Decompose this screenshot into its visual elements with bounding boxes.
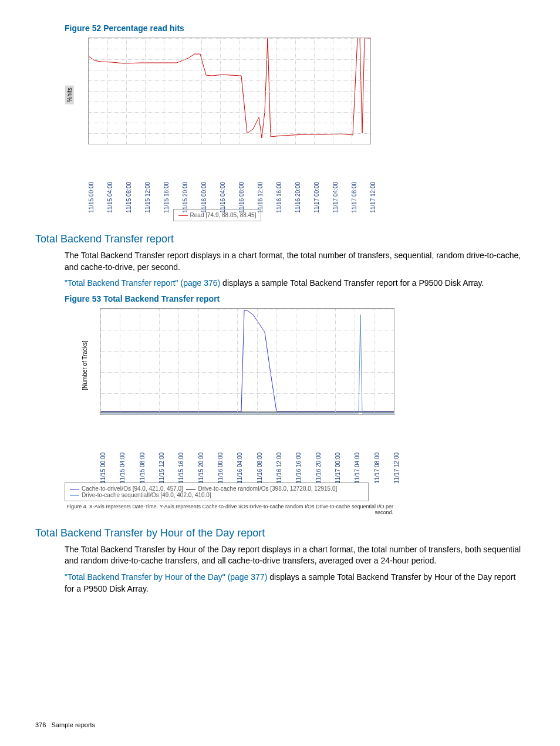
x-tick: 11/15 04:00 [119, 453, 126, 484]
x-tick: 11/16 12:00 [276, 453, 282, 484]
figure-53-chart: [Number of Tracks] 02,5005,0007,50010,00… [65, 308, 405, 515]
y-axis-label: [Number of Tracks] [80, 333, 89, 397]
x-tick: 11/15 16:00 [163, 182, 170, 213]
legend-cache-to-drive: Cache-to-driveI/Os [94.0, 421.0, 457.0] [82, 485, 183, 492]
x-tick: 11/17 00:00 [313, 182, 320, 213]
x-tick: 11/16 16:00 [295, 453, 302, 484]
x-tick: 11/15 20:00 [182, 182, 188, 213]
figure-52-caption: Figure 52 Percentage read hits [35, 23, 525, 33]
x-tick: 11/16 20:00 [315, 453, 322, 484]
body-text: "Total Backend Transfer by Hour of the D… [35, 572, 525, 595]
x-tick: 11/17 08:00 [374, 453, 380, 484]
section-heading-by-hour: Total Backend Transfer by Hour of the Da… [35, 527, 525, 539]
legend-drive-to-cache-random: Drive-to-cache randomI/Os [398.0, 12728.… [198, 485, 337, 492]
x-tick: 11/16 00:00 [201, 182, 207, 213]
x-tick: 11/16 04:00 [220, 182, 226, 213]
x-tick: 11/16 20:00 [295, 182, 301, 213]
link-by-hour[interactable]: "Total Backend Transfer by Hour of the D… [65, 572, 267, 582]
x-tick: 11/15 20:00 [198, 453, 204, 484]
body-text: The Total Backend Transfer report displa… [35, 250, 525, 273]
x-tick: 11/17 04:00 [332, 182, 339, 213]
x-tick: 11/15 00:00 [100, 453, 106, 484]
x-tick: 11/15 12:00 [158, 453, 165, 484]
x-tick: 11/17 12:00 [370, 182, 376, 213]
x-tick: 11/17 08:00 [351, 182, 357, 213]
figure-53-caption: Figure 53 Total Backend Transfer report [35, 294, 525, 303]
x-tick: 11/16 12:00 [257, 182, 264, 213]
x-tick: 11/16 08:00 [238, 182, 245, 213]
body-text: "Total Backend Transfer report" (page 37… [35, 278, 525, 289]
section-heading-total-backend: Total Backend Transfer report [35, 233, 525, 245]
link-total-backend[interactable]: "Total Backend Transfer report" (page 37… [65, 278, 220, 288]
x-tick: 11/15 04:00 [107, 182, 113, 213]
x-tick: 11/15 08:00 [139, 453, 146, 484]
x-tick: 11/15 08:00 [126, 182, 132, 213]
x-tick: 11/15 16:00 [178, 453, 184, 484]
body-text: The Total Backend Transfer by Hour of th… [35, 544, 525, 567]
chart-lines [100, 309, 394, 414]
chart-legend: Cache-to-driveI/Os [94.0, 421.0, 457.0] … [65, 482, 369, 501]
x-tick: 11/17 04:00 [354, 453, 360, 484]
x-tick: 11/15 12:00 [144, 182, 151, 213]
x-tick: 11/16 16:00 [276, 182, 282, 213]
chart-footnote: Figure 4. X-Axis represents Date-Time. Y… [65, 504, 393, 515]
legend-drive-to-cache-seq: Drive-to-cache sequentialI/Os [49.0, 402… [82, 492, 211, 498]
x-tick: 11/15 00:00 [88, 182, 95, 213]
x-tick: 11/16 00:00 [217, 453, 224, 484]
body-text-inline: displays a sample Total Backend Transfer… [220, 278, 484, 288]
x-tick: 11/16 08:00 [257, 453, 263, 484]
x-tick: 11/17 00:00 [335, 453, 341, 484]
y-axis-label: %hits [65, 85, 74, 104]
x-tick: 11/16 04:00 [237, 453, 243, 484]
figure-52-chart: %hits 0102030405060708090100 11/15 00:00… [65, 38, 370, 221]
x-tick: 11/17 12:00 [393, 453, 400, 484]
